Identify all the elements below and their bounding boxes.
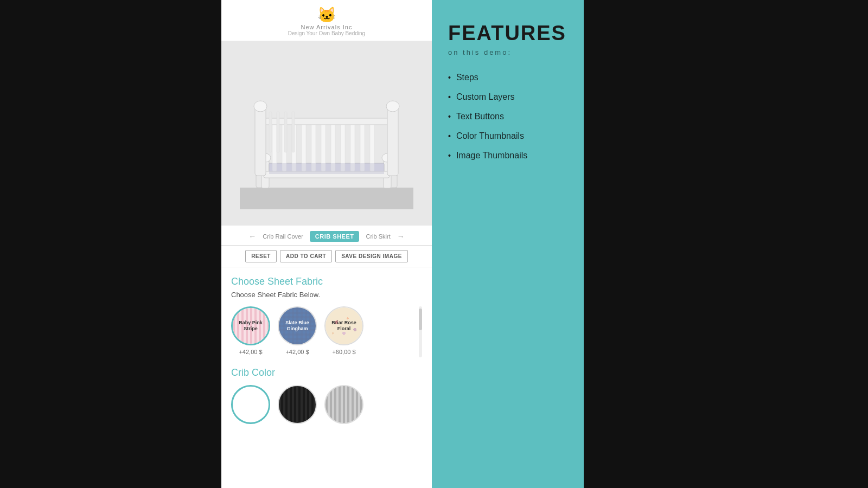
- bullet-custom-layers: •: [448, 93, 451, 101]
- svg-rect-21: [255, 106, 266, 176]
- prev-arrow[interactable]: ←: [248, 232, 256, 241]
- feature-label-color-thumbnails: Color Thumbnails: [456, 131, 524, 141]
- fabric-circle-blue-gingham[interactable]: Slate Blue Gingham: [278, 306, 317, 345]
- logo-subtitle: Design Your Own Baby Bedding: [227, 30, 426, 36]
- feature-label-text-buttons: Text Buttons: [456, 112, 504, 121]
- svg-point-23: [254, 101, 267, 112]
- fabric-price-pink: +42,00 $: [239, 349, 262, 355]
- feature-label-steps: Steps: [456, 73, 478, 82]
- tab-crib-skirt[interactable]: Crib Skirt: [362, 232, 393, 241]
- fabric-price-rose: +60,00 $: [332, 349, 355, 355]
- crib-svg: [240, 57, 413, 209]
- bullet-steps: •: [448, 73, 451, 82]
- svg-point-24: [386, 101, 399, 112]
- scroll-thumb: [419, 309, 422, 330]
- features-title: FEATURES: [448, 22, 567, 45]
- svg-rect-20: [264, 118, 390, 125]
- sheet-fabric-section: Choose Sheet Fabric Choose Sheet Fabric …: [231, 276, 422, 357]
- fabric-label-blue: Slate Blue Gingham: [279, 319, 316, 333]
- action-buttons-row: RESET ADD TO CART SAVE DESIGN IMAGE: [221, 246, 432, 267]
- feature-custom-layers: • Custom Layers: [448, 92, 567, 102]
- svg-rect-27: [284, 112, 287, 152]
- feature-steps: • Steps: [448, 73, 567, 82]
- fabric-circle-rose-floral[interactable]: Briar Rose Floral: [324, 306, 363, 345]
- svg-rect-0: [240, 188, 413, 209]
- crib-color-gray[interactable]: [324, 385, 363, 424]
- logo-brand: New Arrivals Inc: [227, 24, 426, 30]
- fabric-price-blue: +42,00 $: [285, 349, 309, 355]
- tab-crib-sheet[interactable]: CRIB SHEET: [310, 231, 360, 242]
- features-panel: FEATURES on this demo: • Steps • Custom …: [432, 0, 584, 488]
- feature-text-buttons: • Text Buttons: [448, 112, 567, 121]
- logo-icon: 🐱: [227, 8, 426, 23]
- scroll-bar[interactable]: [419, 306, 422, 357]
- sheet-section-title: Choose Sheet Fabric: [231, 276, 422, 287]
- sheet-section-subtitle: Choose Sheet Fabric Below.: [231, 291, 422, 299]
- bullet-text-buttons: •: [448, 112, 451, 121]
- nav-tabs: ← Crib Rail Cover CRIB SHEET Crib Skirt …: [221, 226, 432, 246]
- save-design-button[interactable]: SAVE DESIGN IMAGE: [335, 250, 408, 262]
- crib-color-dark[interactable]: [278, 385, 317, 424]
- fabric-thumb-blue-gingham[interactable]: Slate Blue Gingham +42,00 $: [278, 306, 317, 355]
- bullet-image-thumbnails: •: [448, 151, 451, 160]
- feature-image-thumbnails: • Image Thumbnails: [448, 151, 567, 160]
- crib-color-title: Crib Color: [231, 367, 422, 378]
- add-to-cart-button[interactable]: ADD TO CART: [280, 250, 332, 262]
- next-arrow[interactable]: →: [397, 232, 405, 241]
- reset-button[interactable]: RESET: [245, 250, 277, 262]
- fabric-circle-pink-stripe[interactable]: Baby Pink Stripe: [231, 306, 270, 345]
- svg-rect-25: [269, 112, 272, 152]
- fabric-label-pink: Baby Pink Stripe: [233, 319, 269, 333]
- fabric-thumb-rose-floral[interactable]: Briar Rose Floral +60,00 $: [324, 306, 363, 355]
- content-area: Choose Sheet Fabric Choose Sheet Fabric …: [221, 267, 432, 488]
- fabric-label-rose: Briar Rose Floral: [326, 319, 362, 333]
- svg-rect-29: [269, 163, 384, 174]
- fabric-thumb-pink-stripe[interactable]: Baby Pink Stripe +42,00 $: [231, 306, 270, 355]
- crib-color-white[interactable]: [231, 385, 270, 424]
- crib-image-area: [221, 41, 432, 226]
- feature-label-image-thumbnails: Image Thumbnails: [456, 151, 527, 160]
- svg-rect-28: [292, 112, 295, 152]
- tab-crib-rail-cover[interactable]: Crib Rail Cover: [259, 232, 307, 241]
- center-panel: 🐱 New Arrivals Inc Design Your Own Baby …: [221, 0, 432, 488]
- crib-color-row: [231, 385, 422, 424]
- fabric-thumbnails-row: Baby Pink Stripe +42,00 $ Slate Blue Gin…: [231, 306, 422, 355]
- crib-color-section: Crib Color: [231, 367, 422, 424]
- svg-rect-26: [277, 112, 279, 152]
- logo-area: 🐱 New Arrivals Inc Design Your Own Baby …: [221, 0, 432, 41]
- feature-color-thumbnails: • Color Thumbnails: [448, 131, 567, 141]
- feature-label-custom-layers: Custom Layers: [456, 92, 515, 102]
- right-black-panel: [584, 0, 868, 488]
- left-black-panel: [0, 0, 221, 488]
- features-subtitle: on this demo:: [448, 48, 567, 56]
- fabric-thumbnails-wrapper: Baby Pink Stripe +42,00 $ Slate Blue Gin…: [231, 306, 422, 357]
- svg-rect-22: [387, 106, 398, 176]
- bullet-color-thumbnails: •: [448, 132, 451, 140]
